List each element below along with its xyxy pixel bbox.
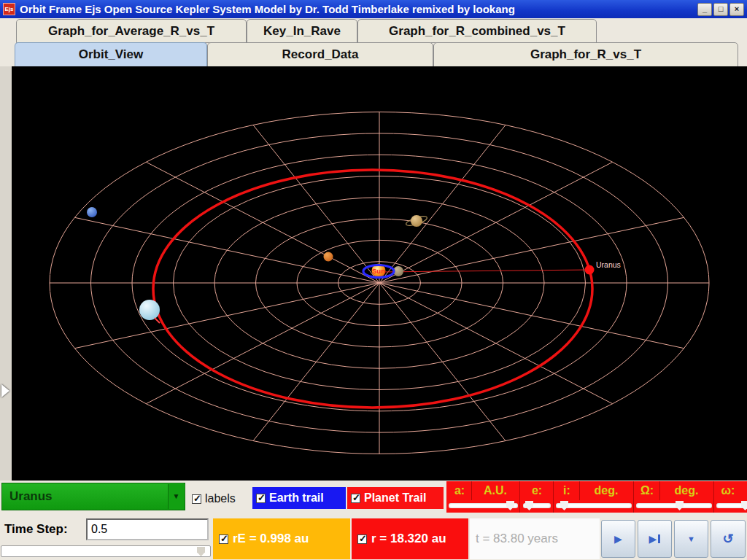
- orbit-grid: [50, 112, 709, 454]
- slider-a-unit: A.U.: [473, 483, 518, 499]
- planet-select-arrow-button[interactable]: ▼: [168, 484, 184, 509]
- minimize-button[interactable]: _: [697, 3, 712, 16]
- app-icon: Ejs: [3, 3, 15, 15]
- window-title: Orbit Frame Ejs Open Source Kepler Syste…: [20, 3, 697, 15]
- window-controls: _ □ ×: [697, 3, 744, 16]
- speed-menu-button[interactable]: ▼: [674, 520, 708, 558]
- earth-trail-checkbox[interactable]: [256, 494, 266, 503]
- labels-toggle-group: labels: [192, 489, 236, 509]
- app-window: Ejs Orbit Frame Ejs Open Source Kepler S…: [0, 0, 747, 560]
- control-panel: Uranus ▼ labels Earth trail Planet Trail…: [0, 481, 747, 560]
- chevron-down-icon: ▼: [173, 492, 180, 500]
- time-step-label: Time Step:: [4, 522, 68, 537]
- tab-graph-for-average-r-vs-t[interactable]: Graph_for_Average_R_vs_T: [16, 19, 247, 43]
- divider: [659, 481, 660, 500]
- divider: [579, 481, 580, 500]
- orbit-canvas[interactable]: Sun Uranus: [12, 66, 747, 481]
- reset-icon: ↺: [722, 531, 733, 547]
- close-icon: ×: [735, 4, 739, 13]
- step-icon: ▶: [649, 533, 657, 545]
- time-speed-slider[interactable]: [1, 545, 211, 557]
- divider: [519, 481, 520, 513]
- t-readout-label: t = 83.80 years: [476, 532, 558, 546]
- step-icon-bar: [658, 534, 660, 543]
- tab-graph-for-r-combined-vs-t[interactable]: Graph_for_R_combined_vs_T: [357, 19, 597, 43]
- planet-select-value: Uranus: [9, 483, 53, 510]
- window-titlebar: Ejs Orbit Frame Ejs Open Source Kepler S…: [0, 0, 747, 18]
- planet-select[interactable]: Uranus ▼: [1, 483, 185, 510]
- time-speed-slider-thumb[interactable]: [197, 547, 205, 556]
- time-step-input[interactable]: [86, 518, 209, 540]
- uranus-orbit-trail: [153, 170, 592, 408]
- sun-planet-radius-line: [379, 270, 589, 272]
- earth-trail-label: Earth trail: [269, 491, 324, 505]
- slider-node-thumb[interactable]: [676, 501, 684, 510]
- uranus-label: Uranus: [596, 260, 621, 269]
- saturn-icon: [411, 215, 422, 227]
- tab-orbit-view[interactable]: Orbit_View: [15, 42, 207, 67]
- divider: [713, 481, 714, 513]
- maximize-button[interactable]: □: [713, 3, 728, 16]
- slider-e-label: e:: [521, 483, 553, 499]
- close-button[interactable]: ×: [729, 3, 744, 16]
- slider-node-label: Ω:: [635, 483, 659, 499]
- tab-key-in-rave[interactable]: Key_In_Rave: [247, 19, 357, 43]
- r-readout-block: r = 18.320 au: [352, 518, 468, 559]
- tab-graph-for-r-vs-t[interactable]: Graph_for_R_vs_T: [433, 42, 738, 67]
- t-readout-block: t = 83.80 years: [470, 518, 600, 559]
- step-button[interactable]: ▶: [638, 520, 672, 558]
- reset-button[interactable]: ↺: [711, 520, 746, 558]
- planet-trail-toggle-group: Planet Trail: [347, 487, 444, 509]
- sun-label: Sun: [372, 267, 385, 275]
- drawer-handle-strip: [0, 66, 12, 481]
- slider-i-label: i:: [554, 483, 579, 499]
- slider-i-thumb[interactable]: [560, 501, 568, 510]
- divider: [553, 481, 554, 513]
- slider-a-thumb[interactable]: [506, 501, 514, 510]
- slider-peri-label: ω:: [715, 483, 741, 499]
- labels-checkbox[interactable]: [192, 494, 201, 504]
- slider-a-label: a:: [448, 483, 471, 499]
- maximize-icon: □: [719, 4, 724, 13]
- re-readout-label: rE = 0.998 au: [233, 532, 309, 546]
- divider: [633, 481, 634, 513]
- earth-trail-toggle-group: Earth trail: [252, 487, 346, 509]
- slider-node-track[interactable]: [636, 503, 712, 508]
- r-checkbox[interactable]: [357, 534, 367, 544]
- planet-trail-checkbox[interactable]: [351, 494, 360, 503]
- slider-peri-thumb[interactable]: [741, 501, 747, 510]
- neptune-icon: [87, 207, 97, 217]
- orbit-view-panel: Sun Uranus: [0, 66, 747, 481]
- play-icon: ▶: [614, 533, 622, 545]
- play-button[interactable]: ▶: [601, 520, 635, 558]
- slider-node-unit: deg.: [661, 483, 712, 499]
- minimize-icon: _: [703, 4, 707, 13]
- r-readout-label: r = 18.320 au: [371, 532, 446, 546]
- tab-record-data[interactable]: Record_Data: [207, 42, 433, 67]
- uranus-icon: [139, 300, 160, 320]
- drawer-handle-icon[interactable]: [1, 384, 9, 397]
- slider-e-thumb[interactable]: [525, 501, 533, 510]
- re-checkbox[interactable]: [219, 534, 228, 544]
- caret-down-icon: ▼: [687, 534, 695, 543]
- labels-label: labels: [205, 492, 236, 505]
- re-readout-block: rE = 0.998 au: [213, 518, 350, 559]
- jupiter-icon: [324, 252, 333, 262]
- orbital-elements-panel: a: A.U. e: i: deg. Ω: deg.: [446, 481, 747, 513]
- divider: [471, 481, 472, 500]
- planet-trail-label: Planet Trail: [364, 491, 426, 505]
- slider-i-unit: deg.: [581, 483, 632, 499]
- uranus-marker-dot: [585, 265, 595, 275]
